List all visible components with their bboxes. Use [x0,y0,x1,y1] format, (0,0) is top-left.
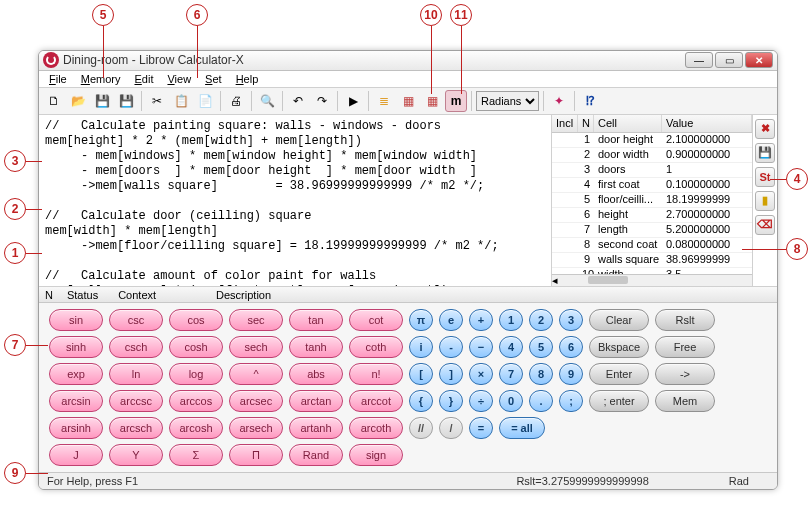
key-arctan[interactable]: arctan [289,390,343,412]
minimize-button[interactable]: — [685,52,713,68]
key-Σ[interactable]: Σ [169,444,223,466]
key-sym[interactable]: . [529,390,553,412]
key-sym[interactable]: − [469,336,493,358]
key-free[interactable]: Free [655,336,715,358]
key-mem[interactable]: Mem [655,390,715,412]
menu-edit[interactable]: Edit [128,71,159,87]
key-sym[interactable]: ] [439,363,463,385]
key-sym[interactable]: = [469,417,493,439]
print-icon[interactable]: 🖨 [225,90,247,112]
mem-col-incl[interactable]: Incl [552,115,578,132]
memory-row[interactable]: 4first coat0.100000000 [552,178,752,193]
key-n![interactable]: n! [349,363,403,385]
key-arsech[interactable]: arsech [229,417,283,439]
key-sym[interactable]: + [469,309,493,331]
key-exp[interactable]: exp [49,363,103,385]
key-sym[interactable]: 6 [559,336,583,358]
key-->[interactable]: -> [655,363,715,385]
key-sin[interactable]: sin [49,309,103,331]
key-arcsec[interactable]: arcsec [229,390,283,412]
mem-col-n[interactable]: N [578,115,594,132]
key-;enter[interactable]: ; enter [589,390,649,412]
key-arccot[interactable]: arccot [349,390,403,412]
key-sym[interactable]: ; [559,390,583,412]
key-tan[interactable]: tan [289,309,343,331]
memory-row[interactable]: 8second coat0.080000000 [552,238,752,253]
paste-icon[interactable]: 📄 [194,90,216,112]
key-tanh[interactable]: tanh [289,336,343,358]
key-arcsch[interactable]: arcsch [109,417,163,439]
log-col-n[interactable]: N [45,289,53,301]
key-sym[interactable]: 0 [499,390,523,412]
log-col-desc[interactable]: Description [216,289,271,301]
key-sech[interactable]: sech [229,336,283,358]
memory-row[interactable]: 9walls square38.96999999 [552,253,752,268]
cut-icon[interactable]: ✂ [146,90,168,112]
key-sym[interactable]: ÷ [469,390,493,412]
run-icon[interactable]: ▶ [342,90,364,112]
mem-delete-icon[interactable]: ✖ [755,119,775,139]
key-sec[interactable]: sec [229,309,283,331]
key-arsinh[interactable]: arsinh [49,417,103,439]
database-icon[interactable]: ≣ [373,90,395,112]
key-sym[interactable]: 2 [529,309,553,331]
mem-save-icon[interactable]: 💾 [755,143,775,163]
key-sym[interactable]: [ [409,363,433,385]
undo-icon[interactable]: ↶ [287,90,309,112]
memory-row[interactable]: 5floor/ceilli...18.19999999 [552,193,752,208]
key-bkspace[interactable]: Bkspace [589,336,649,358]
key-sym[interactable]: 1 [499,309,523,331]
key-sym[interactable]: = all [499,417,545,439]
key-sinh[interactable]: sinh [49,336,103,358]
key-rslt[interactable]: Rslt [655,309,715,331]
menu-set[interactable]: Set [199,71,228,87]
key-abs[interactable]: abs [289,363,343,385]
key-arccsc[interactable]: arccsc [109,390,163,412]
key-ln[interactable]: ln [109,363,163,385]
open-icon[interactable]: 📂 [67,90,89,112]
menu-help[interactable]: Help [230,71,265,87]
copy-icon[interactable]: 📋 [170,90,192,112]
key-sym[interactable]: // [409,417,433,439]
key-Π[interactable]: Π [229,444,283,466]
key-sign[interactable]: sign [349,444,403,466]
save-as-icon[interactable]: 💾 [115,90,137,112]
redo-icon[interactable]: ↷ [311,90,333,112]
mem-clear-icon[interactable]: ⌫ [755,215,775,235]
key-sym[interactable]: { [409,390,433,412]
help-icon[interactable]: ⁉ [579,90,601,112]
key-Rand[interactable]: Rand [289,444,343,466]
key-log[interactable]: log [169,363,223,385]
key-arccos[interactable]: arccos [169,390,223,412]
find-icon[interactable]: 🔍 [256,90,278,112]
key-arcoth[interactable]: arcoth [349,417,403,439]
save-icon[interactable]: 💾 [91,90,113,112]
key-arcsin[interactable]: arcsin [49,390,103,412]
memory-row[interactable]: 3doors1 [552,163,752,178]
key-cosh[interactable]: cosh [169,336,223,358]
menu-file[interactable]: File [43,71,73,87]
menu-view[interactable]: View [161,71,197,87]
key-sym[interactable]: e [439,309,463,331]
key-sym[interactable]: π [409,309,433,331]
key-sym[interactable]: 7 [499,363,523,385]
log-col-context[interactable]: Context [118,289,156,301]
panel2-icon[interactable]: ▦ [421,90,443,112]
memory-row[interactable]: 1door height2.100000000 [552,133,752,148]
mem-icon[interactable]: m [445,90,467,112]
menu-memory[interactable]: Memory [75,71,127,87]
panel1-icon[interactable]: ▦ [397,90,419,112]
key-clear[interactable]: Clear [589,309,649,331]
key-cot[interactable]: cot [349,309,403,331]
key-coth[interactable]: coth [349,336,403,358]
code-editor[interactable]: // Calculate painting square: walls - wi… [39,115,552,286]
key-sym[interactable]: i [409,336,433,358]
key-sym[interactable]: 9 [559,363,583,385]
key-sym[interactable]: / [439,417,463,439]
key-cos[interactable]: cos [169,309,223,331]
key-sym[interactable]: 4 [499,336,523,358]
key-sym[interactable]: × [469,363,493,385]
maximize-button[interactable]: ▭ [715,52,743,68]
key-sym[interactable]: 5 [529,336,553,358]
key-sym[interactable]: - [439,336,463,358]
